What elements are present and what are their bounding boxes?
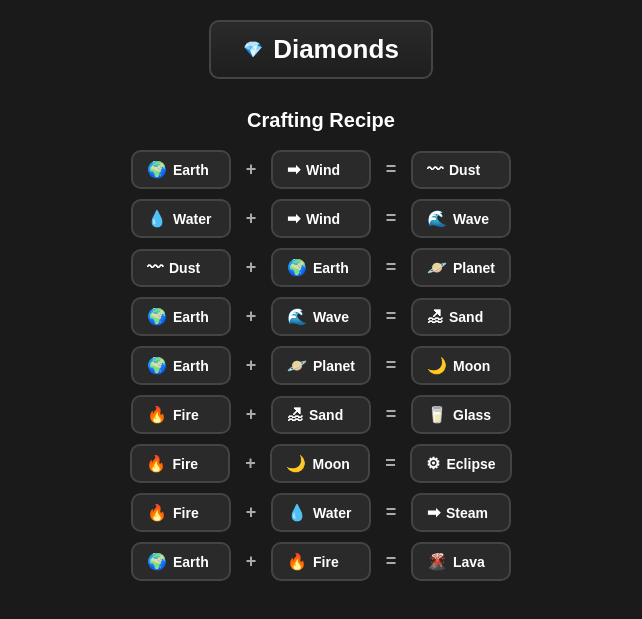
- input1-label: Earth: [173, 358, 209, 374]
- recipe-8-input2[interactable]: 💧Water: [271, 493, 371, 532]
- equals-operator: =: [381, 355, 401, 376]
- input1-icon: 〰: [147, 259, 163, 277]
- recipes-list: 🌍Earth+➡Wind=〰Dust💧Water+➡Wind=🌊Wave〰Dus…: [0, 150, 642, 581]
- input2-label: Water: [313, 505, 351, 521]
- output-icon: ➡: [427, 503, 440, 522]
- recipe-7-input2[interactable]: 🌙Moon: [270, 444, 370, 483]
- diamond-icon: 💎: [243, 40, 263, 59]
- recipe-5-input2[interactable]: 🪐Planet: [271, 346, 371, 385]
- output-icon: 🌋: [427, 552, 447, 571]
- input1-icon: 🔥: [147, 503, 167, 522]
- input1-icon: 🔥: [147, 405, 167, 424]
- recipe-4-input1[interactable]: 🌍Earth: [131, 297, 231, 336]
- output-label: Sand: [449, 309, 483, 325]
- output-label: Planet: [453, 260, 495, 276]
- recipe-6-input2[interactable]: 🏖Sand: [271, 396, 371, 434]
- recipe-7-input1[interactable]: 🔥Fire: [130, 444, 230, 483]
- recipe-2-input2[interactable]: ➡Wind: [271, 199, 371, 238]
- recipe-2-output[interactable]: 🌊Wave: [411, 199, 511, 238]
- input2-label: Fire: [313, 554, 339, 570]
- recipe-row: 🔥Fire+🏖Sand=🥛Glass: [131, 395, 511, 434]
- recipe-5-output[interactable]: 🌙Moon: [411, 346, 511, 385]
- plus-operator: +: [241, 355, 261, 376]
- section-title: Crafting Recipe: [247, 109, 395, 132]
- recipe-7-output[interactable]: ⚙Eclipse: [410, 444, 511, 483]
- title-button[interactable]: 💎 Diamonds: [209, 20, 433, 79]
- recipe-2-input1[interactable]: 💧Water: [131, 199, 231, 238]
- input1-icon: 🌍: [147, 356, 167, 375]
- output-icon: 🏖: [427, 308, 443, 326]
- output-icon: 🌙: [427, 356, 447, 375]
- recipe-row: 🔥Fire+💧Water=➡Steam: [131, 493, 511, 532]
- recipe-4-output[interactable]: 🏖Sand: [411, 298, 511, 336]
- recipe-3-input1[interactable]: 〰Dust: [131, 249, 231, 287]
- input2-label: Wave: [313, 309, 349, 325]
- recipe-row: 🌍Earth+🔥Fire=🌋Lava: [131, 542, 511, 581]
- recipe-1-output[interactable]: 〰Dust: [411, 151, 511, 189]
- input1-icon: 🌍: [147, 552, 167, 571]
- input2-label: Earth: [313, 260, 349, 276]
- recipe-4-input2[interactable]: 🌊Wave: [271, 297, 371, 336]
- recipe-9-input2[interactable]: 🔥Fire: [271, 542, 371, 581]
- equals-operator: =: [381, 208, 401, 229]
- plus-operator: +: [241, 404, 261, 425]
- input1-label: Earth: [173, 162, 209, 178]
- equals-operator: =: [381, 257, 401, 278]
- equals-operator: =: [381, 551, 401, 572]
- input1-label: Fire: [173, 505, 199, 521]
- recipe-6-input1[interactable]: 🔥Fire: [131, 395, 231, 434]
- equals-operator: =: [381, 404, 401, 425]
- input2-icon: ➡: [287, 209, 300, 228]
- plus-operator: +: [240, 453, 260, 474]
- output-label: Moon: [453, 358, 490, 374]
- input2-label: Sand: [309, 407, 343, 423]
- page-title: Diamonds: [273, 34, 399, 65]
- output-label: Lava: [453, 554, 485, 570]
- input2-icon: 🌊: [287, 307, 307, 326]
- equals-operator: =: [381, 306, 401, 327]
- input1-label: Water: [173, 211, 211, 227]
- output-icon: 〰: [427, 161, 443, 179]
- input1-icon: 💧: [147, 209, 167, 228]
- input2-icon: 🌍: [287, 258, 307, 277]
- input1-label: Fire: [172, 456, 198, 472]
- input1-icon: 🔥: [146, 454, 166, 473]
- output-icon: 🪐: [427, 258, 447, 277]
- input1-label: Fire: [173, 407, 199, 423]
- input2-icon: ➡: [287, 160, 300, 179]
- input2-icon: 💧: [287, 503, 307, 522]
- plus-operator: +: [241, 502, 261, 523]
- recipe-1-input1[interactable]: 🌍Earth: [131, 150, 231, 189]
- recipe-6-output[interactable]: 🥛Glass: [411, 395, 511, 434]
- output-label: Wave: [453, 211, 489, 227]
- output-label: Dust: [449, 162, 480, 178]
- recipe-8-input1[interactable]: 🔥Fire: [131, 493, 231, 532]
- recipe-row: 🔥Fire+🌙Moon=⚙Eclipse: [130, 444, 511, 483]
- recipe-row: 🌍Earth+➡Wind=〰Dust: [131, 150, 511, 189]
- recipe-9-output[interactable]: 🌋Lava: [411, 542, 511, 581]
- output-label: Glass: [453, 407, 491, 423]
- recipe-3-output[interactable]: 🪐Planet: [411, 248, 511, 287]
- input2-label: Wind: [306, 211, 340, 227]
- recipe-3-input2[interactable]: 🌍Earth: [271, 248, 371, 287]
- input1-label: Earth: [173, 309, 209, 325]
- output-label: Eclipse: [446, 456, 495, 472]
- recipe-row: 🌍Earth+🪐Planet=🌙Moon: [131, 346, 511, 385]
- recipe-row: 🌍Earth+🌊Wave=🏖Sand: [131, 297, 511, 336]
- input2-icon: 🌙: [286, 454, 306, 473]
- recipe-9-input1[interactable]: 🌍Earth: [131, 542, 231, 581]
- recipe-5-input1[interactable]: 🌍Earth: [131, 346, 231, 385]
- input1-label: Earth: [173, 554, 209, 570]
- input1-icon: 🌍: [147, 160, 167, 179]
- plus-operator: +: [241, 208, 261, 229]
- plus-operator: +: [241, 159, 261, 180]
- output-icon: 🥛: [427, 405, 447, 424]
- recipe-1-input2[interactable]: ➡Wind: [271, 150, 371, 189]
- output-icon: ⚙: [426, 454, 440, 473]
- input2-label: Planet: [313, 358, 355, 374]
- plus-operator: +: [241, 306, 261, 327]
- equals-operator: =: [381, 159, 401, 180]
- output-icon: 🌊: [427, 209, 447, 228]
- input2-label: Moon: [312, 456, 349, 472]
- recipe-8-output[interactable]: ➡Steam: [411, 493, 511, 532]
